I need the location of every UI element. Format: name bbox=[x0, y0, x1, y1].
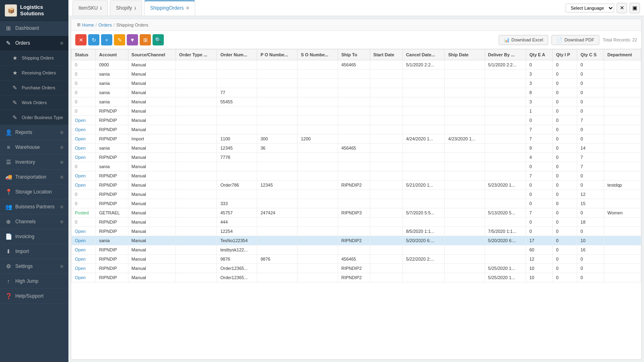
table-row[interactable]: OpenRIPNDIPManual007 bbox=[72, 116, 641, 125]
download-pdf-label: Download PDF bbox=[564, 37, 594, 42]
sidebar-item-settings[interactable]: ⚙ Settings ⚙ bbox=[0, 259, 68, 274]
table-row[interactable]: OpenRIPNDIPManualtestbysk122...60016 bbox=[72, 245, 641, 255]
table-cell: 0 bbox=[553, 227, 577, 236]
table-row[interactable]: 0saniaManual300 bbox=[72, 79, 641, 88]
table-row[interactable]: OpenRIPNDIPManual122548/5/2020 1:1...7/5… bbox=[72, 227, 641, 236]
table-row[interactable]: PostedGETRAELManual45757247424RIPNDIP35/… bbox=[72, 208, 641, 218]
table-cell: 45757 bbox=[217, 208, 257, 218]
table-row[interactable]: OpenRIPNDIPManual700 bbox=[72, 125, 641, 134]
tab-itemsku[interactable]: ItemSKU ℹ bbox=[72, 0, 108, 16]
close-button[interactable]: ✕ bbox=[617, 3, 627, 13]
col-qty-ip[interactable]: Qty I P bbox=[553, 49, 577, 60]
table-cell: 0 bbox=[553, 273, 577, 282]
col-qty-ea[interactable]: Qty E A bbox=[526, 49, 553, 60]
table-row[interactable]: OpenRIPNDIPManual7778407 bbox=[72, 153, 641, 162]
table-row[interactable]: 0saniaManual300 bbox=[72, 70, 641, 79]
sidebar-item-channels[interactable]: ⊕ Channels ⚙ bbox=[0, 214, 68, 229]
sidebar-item-reports[interactable]: 👤 Reports ⚙ bbox=[0, 125, 68, 140]
col-po-num[interactable]: P O Numbe... bbox=[257, 49, 297, 60]
table-container[interactable]: Status Account Source/Channel Order Type… bbox=[71, 49, 641, 359]
table-cell bbox=[370, 181, 402, 190]
sidebar-item-order-business-type[interactable]: ✎ Order Business Type bbox=[0, 110, 68, 125]
columns-button[interactable]: ⊞ bbox=[140, 34, 151, 45]
sidebar-item-inventory[interactable]: ☰ Inventory ⚙ bbox=[0, 155, 68, 170]
table-row[interactable]: 0RIPNDIPManual3330015 bbox=[72, 199, 641, 208]
storage-icon: 📍 bbox=[5, 189, 12, 195]
table-cell: 4/23/2020 1... bbox=[445, 134, 485, 144]
col-status[interactable]: Status bbox=[72, 49, 96, 60]
table-row[interactable]: OpenRIPNDIPManual700 bbox=[72, 171, 641, 181]
sidebar-item-business-partners[interactable]: 👥 Buisness Partners ⚙ bbox=[0, 200, 68, 214]
sidebar-item-invoicing[interactable]: 📄 Invoicing bbox=[0, 229, 68, 244]
table-cell: 444 bbox=[217, 218, 257, 227]
sidebar-item-label: Invoicing bbox=[15, 234, 64, 239]
col-deliver-by[interactable]: Deliver By ... bbox=[485, 49, 526, 60]
tab-shopify[interactable]: Shopify ℹ bbox=[110, 0, 142, 16]
toolbar-right: 📊 Download Excel 📄 Download PDF Total Re… bbox=[499, 35, 637, 45]
table-cell: Manual bbox=[128, 153, 175, 162]
edit-button[interactable]: ✎ bbox=[114, 34, 125, 45]
col-ship-date[interactable]: Ship Date bbox=[445, 49, 485, 60]
col-source[interactable]: Source/Channel bbox=[128, 49, 175, 60]
col-ship-to[interactable]: Ship To bbox=[338, 49, 370, 60]
search-button[interactable]: 🔍 bbox=[153, 34, 164, 45]
table-row[interactable]: 0RIPNDIPManual100 bbox=[72, 107, 641, 116]
table-row[interactable]: 0saniaManual77800 bbox=[72, 88, 641, 97]
tab-shipping-orders[interactable]: ShippingOrders ⊗ bbox=[144, 0, 195, 16]
table-cell: Manual bbox=[128, 218, 175, 227]
breadcrumb-home[interactable]: Home bbox=[82, 23, 94, 27]
sidebar-item-transportation[interactable]: 🚚 Transportation ⚙ bbox=[0, 170, 68, 185]
delete-button[interactable]: ✕ bbox=[75, 34, 87, 45]
sidebar-item-help-support[interactable]: ❓ Help/Support bbox=[0, 289, 68, 304]
refresh-button[interactable]: ↻ bbox=[88, 34, 99, 45]
transportation-icon: 🚚 bbox=[5, 174, 12, 180]
table-cell: 7 bbox=[526, 134, 553, 144]
col-cancel-date[interactable]: Cancel Date... bbox=[402, 49, 445, 60]
table-row[interactable]: OpensaniaManual12345364564659014 bbox=[72, 144, 641, 153]
table-cell bbox=[257, 88, 297, 97]
sidebar-item-shipping-orders[interactable]: ★ Shipping Orders bbox=[0, 51, 68, 66]
sidebar-item-receiving-orders[interactable]: ★ Receiving Orders bbox=[0, 66, 68, 80]
sidebar-item-work-orders[interactable]: ✎ Work Orders bbox=[0, 95, 68, 110]
language-select[interactable]: Select Language bbox=[566, 4, 614, 12]
table-row[interactable]: OpenRIPNDIPManual987698764564655/22/2020… bbox=[72, 255, 641, 264]
table-cell bbox=[370, 199, 402, 208]
table-row[interactable]: OpensaniaManualTesNo122354RIPNDIP25/20/2… bbox=[72, 236, 641, 245]
sidebar-item-warehouse[interactable]: ≡ Warehouse ⚙ bbox=[0, 140, 68, 155]
table-row[interactable]: OpenRIPNDIPImport110030012004/24/2020 1.… bbox=[72, 134, 641, 144]
sidebar-item-dashboard[interactable]: ⊞ Dashboard bbox=[0, 21, 68, 36]
restore-button[interactable]: ▣ bbox=[630, 3, 640, 13]
filter-button[interactable]: ▼ bbox=[127, 34, 138, 45]
table-cell: 5/20/2020 6:... bbox=[402, 236, 445, 245]
table-cell: 10 bbox=[526, 273, 553, 282]
col-qty-cs[interactable]: Qty C S bbox=[577, 49, 604, 60]
download-excel-button[interactable]: 📊 Download Excel bbox=[499, 35, 549, 45]
sidebar-item-import[interactable]: ⬇ Import bbox=[0, 244, 68, 259]
table-row[interactable]: OpenRIPNDIPManualOrder12365...RIPNDIP25/… bbox=[72, 273, 641, 282]
sidebar-item-storage-location[interactable]: 📍 Storage Location bbox=[0, 185, 68, 200]
breadcrumb-orders[interactable]: Orders bbox=[98, 23, 112, 27]
col-order-num[interactable]: Order Num... bbox=[217, 49, 257, 60]
col-so-num[interactable]: S O Numbe... bbox=[297, 49, 338, 60]
col-order-type[interactable]: Order Type ... bbox=[176, 49, 217, 60]
col-start-date[interactable]: Start Date bbox=[370, 49, 402, 60]
table-row[interactable]: OpenRIPNDIPManualOrder78612345RIPNDIP25/… bbox=[72, 181, 641, 190]
col-account[interactable]: Account bbox=[96, 49, 128, 60]
table-cell bbox=[257, 236, 297, 245]
table-cell bbox=[176, 273, 217, 282]
table-row[interactable]: 0RIPNDIPManual0012 bbox=[72, 190, 641, 199]
table-row[interactable]: OpenRIPNDIPManualOrder12365...RIPNDIP25/… bbox=[72, 264, 641, 273]
table-row[interactable]: 0saniaManual007 bbox=[72, 162, 641, 171]
download-pdf-button[interactable]: 📄 Download PDF bbox=[551, 35, 599, 45]
add-button[interactable]: + bbox=[101, 34, 112, 45]
table-row[interactable]: 00900Manual4564655/1/2020 2:2...5/1/2020… bbox=[72, 60, 641, 70]
sidebar-item-purchase-orders[interactable]: ✎ Purchase Orders bbox=[0, 80, 68, 95]
sidebar-item-orders[interactable]: ✎ Orders ⚙ bbox=[0, 36, 68, 51]
sidebar-item-high-jump[interactable]: ↑ High Jump bbox=[0, 274, 68, 289]
table-row[interactable]: 0saniaManual55455300 bbox=[72, 97, 641, 107]
col-dept[interactable]: Department bbox=[604, 49, 641, 60]
topbar: ItemSKU ℹ Shopify ℹ ShippingOrders ⊗ Sel… bbox=[68, 0, 644, 16]
table-row[interactable]: 0RIPNDIPManual4440018 bbox=[72, 218, 641, 227]
table-cell bbox=[338, 199, 370, 208]
table-cell bbox=[370, 116, 402, 125]
